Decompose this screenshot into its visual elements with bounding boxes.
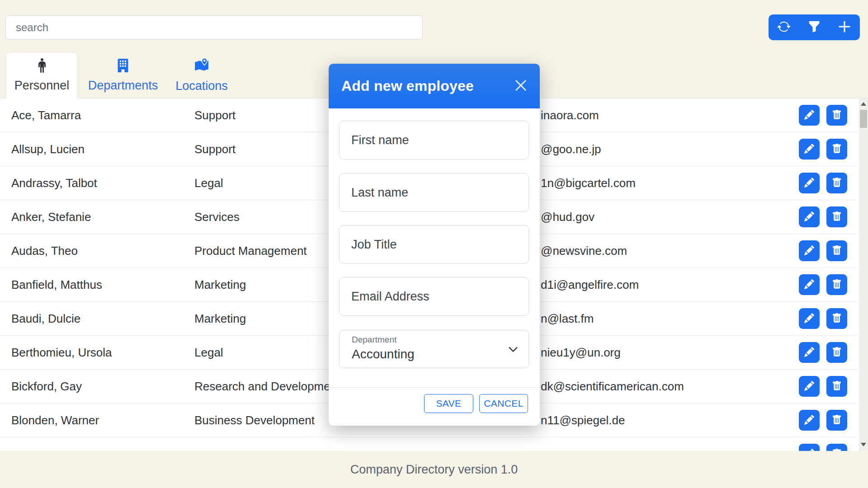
trash-icon	[832, 110, 842, 121]
app-footer: Company Directory version 1.0	[0, 463, 868, 477]
refresh-icon	[777, 20, 791, 35]
trash-icon	[832, 144, 842, 155]
employee-email: nieu1y@un.org	[541, 346, 621, 360]
employee-name: Banfield, Matthus	[11, 278, 102, 292]
edit-row-button[interactable]	[799, 274, 820, 295]
plus-icon	[837, 19, 852, 35]
employee-email: 1n@bigcartel.com	[541, 176, 636, 190]
tab-locations[interactable]: Locations	[165, 52, 238, 99]
edit-row-button[interactable]	[799, 376, 820, 397]
department-select-value: Accounting	[352, 347, 415, 361]
add-button[interactable]	[831, 14, 858, 40]
scrollbar-thumb[interactable]	[860, 110, 867, 128]
last-name-field[interactable]	[339, 173, 529, 212]
employee-department: Marketing	[194, 278, 246, 292]
departments-icon	[116, 58, 130, 75]
employee-email: @newsvine.com	[541, 244, 627, 258]
pencil-icon	[804, 347, 814, 358]
scroll-down-button[interactable]	[859, 440, 868, 449]
pencil-icon	[804, 245, 814, 257]
close-icon	[513, 78, 528, 94]
trash-icon	[832, 313, 842, 324]
tab-locations-label: Locations	[175, 79, 228, 93]
pencil-icon	[804, 415, 814, 426]
trash-icon	[832, 279, 842, 291]
delete-row-button[interactable]	[826, 444, 847, 451]
delete-row-button[interactable]	[826, 206, 847, 227]
filter-icon	[808, 20, 821, 34]
delete-row-button[interactable]	[826, 376, 847, 397]
email-field[interactable]	[339, 277, 529, 316]
trash-icon	[832, 381, 842, 392]
table-scrollbar	[859, 99, 868, 451]
first-name-field[interactable]	[339, 121, 529, 160]
edit-row-button[interactable]	[799, 240, 820, 261]
delete-row-button[interactable]	[826, 342, 847, 363]
employee-department: Services	[194, 210, 240, 224]
employee-email: n@last.fm	[541, 312, 594, 326]
tab-departments-label: Departments	[88, 79, 158, 93]
edit-row-button[interactable]	[799, 139, 820, 160]
employee-department: Business Development	[194, 413, 315, 427]
employee-email: @hud.gov	[541, 210, 594, 224]
edit-row-button[interactable]	[799, 206, 820, 227]
trash-icon	[832, 415, 842, 426]
filter-button[interactable]	[801, 14, 828, 40]
employee-department: Product Management	[194, 244, 307, 258]
department-select[interactable]: Department Accounting	[339, 330, 529, 368]
employee-email: d1i@angelfire.com	[541, 278, 639, 292]
modal-footer-divider	[329, 387, 540, 388]
refresh-button[interactable]	[770, 14, 797, 40]
edit-row-button[interactable]	[799, 410, 820, 431]
edit-row-button[interactable]	[799, 308, 820, 329]
edit-row-button[interactable]	[799, 444, 820, 451]
delete-row-button[interactable]	[826, 308, 847, 329]
tab-personnel[interactable]: Personnel	[6, 52, 78, 99]
tab-personnel-label: Personnel	[14, 79, 70, 93]
employee-name: Allsup, Lucien	[11, 142, 85, 156]
scrollbar-up-icon	[861, 102, 866, 106]
save-button[interactable]: SAVE	[424, 394, 473, 413]
close-button[interactable]	[511, 76, 531, 96]
employee-department: Legal	[194, 176, 223, 190]
chevron-down-icon	[508, 344, 519, 357]
delete-row-button[interactable]	[826, 274, 847, 295]
edit-row-button[interactable]	[799, 342, 820, 363]
delete-row-button[interactable]	[826, 410, 847, 431]
delete-row-button[interactable]	[826, 139, 847, 160]
trash-icon	[832, 245, 842, 257]
search-input[interactable]	[5, 15, 423, 40]
modal-title: Add new employee	[341, 78, 474, 94]
pencil-icon	[804, 279, 814, 291]
trash-icon	[832, 449, 842, 451]
trash-icon	[832, 178, 842, 189]
employee-email: dk@scientificamerican.com	[541, 380, 684, 394]
employee-department: Research and Development	[194, 380, 340, 394]
delete-row-button[interactable]	[826, 240, 847, 261]
pencil-icon	[804, 144, 814, 155]
employee-department: Support	[194, 108, 236, 122]
employee-name: Andrassy, Talbot	[11, 176, 97, 190]
cancel-button[interactable]: CANCEL	[479, 394, 528, 413]
employee-name: Bickford, Gay	[11, 380, 82, 394]
edit-row-button[interactable]	[799, 173, 820, 193]
delete-row-button[interactable]	[826, 173, 847, 193]
edit-row-button[interactable]	[799, 105, 820, 126]
modal-header: Add new employee	[329, 64, 540, 108]
employee-email: inaora.com	[541, 108, 599, 122]
job-title-field[interactable]	[339, 225, 529, 264]
scrollbar-down-icon	[861, 443, 866, 446]
employee-email: @goo.ne.jp	[541, 142, 601, 156]
trash-icon	[832, 211, 842, 223]
employee-department: Marketing	[194, 312, 246, 326]
tab-departments[interactable]: Departments	[87, 52, 159, 99]
pencil-icon	[804, 313, 814, 324]
employee-name: Baudi, Dulcie	[11, 312, 80, 326]
trash-icon	[832, 347, 842, 358]
employee-name: Blonden, Warner	[11, 413, 99, 427]
delete-row-button[interactable]	[826, 105, 847, 126]
scroll-up-button[interactable]	[859, 99, 868, 108]
locations-icon	[194, 58, 209, 75]
pencil-icon	[804, 381, 814, 392]
employee-name: Anker, Stefanie	[11, 210, 91, 224]
